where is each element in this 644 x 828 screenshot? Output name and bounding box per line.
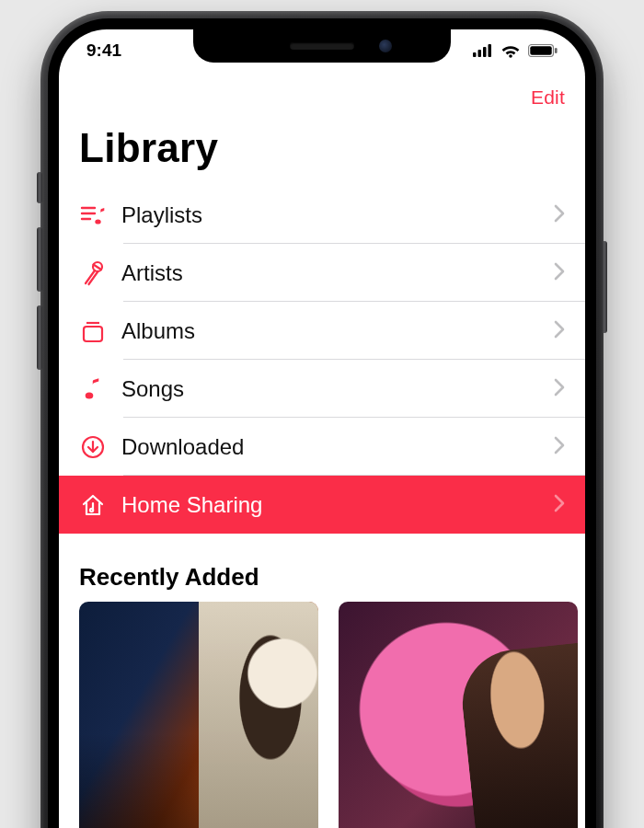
list-item-label: Songs <box>121 376 554 402</box>
svg-rect-16 <box>84 327 102 341</box>
chevron-right-icon <box>554 320 565 342</box>
list-item-downloaded[interactable]: Downloaded <box>59 418 585 476</box>
list-item-albums[interactable]: Albums <box>59 302 585 360</box>
svg-point-18 <box>86 392 94 398</box>
svg-line-15 <box>94 264 102 270</box>
svg-rect-3 <box>489 44 492 57</box>
battery-icon <box>528 44 558 57</box>
screen: 9:41 Edit Library <box>59 29 585 828</box>
page-title: Library <box>79 125 218 171</box>
list-item-label: Home Sharing <box>121 492 554 518</box>
power-button <box>602 241 607 333</box>
wifi-icon <box>500 43 521 58</box>
playlist-icon <box>79 201 121 229</box>
list-item-label: Playlists <box>121 202 554 228</box>
list-item-label: Artists <box>121 260 554 286</box>
microphone-icon <box>79 259 121 287</box>
svg-rect-2 <box>483 47 487 57</box>
notch <box>193 29 451 63</box>
speaker-grille <box>290 42 354 50</box>
list-item-artists[interactable]: Artists <box>59 244 585 302</box>
chevron-right-icon <box>554 262 565 284</box>
music-note-icon <box>79 375 121 403</box>
cellular-icon <box>473 44 493 57</box>
list-item-label: Downloaded <box>121 434 554 460</box>
chevron-right-icon <box>554 436 565 458</box>
library-list: Playlists Artists Albums <box>59 186 585 534</box>
home-sharing-icon <box>79 491 121 519</box>
status-time: 9:41 <box>86 40 121 61</box>
list-item-home-sharing[interactable]: Home Sharing <box>59 476 585 534</box>
albums-icon <box>79 317 121 345</box>
front-camera <box>379 40 392 52</box>
edit-button[interactable]: Edit <box>531 86 565 109</box>
mute-switch <box>37 172 42 203</box>
list-item-songs[interactable]: Songs <box>59 360 585 418</box>
volume-down-button <box>37 305 42 370</box>
album-thumbnail[interactable] <box>79 602 318 828</box>
recently-added-title: Recently Added <box>79 563 259 592</box>
svg-point-4 <box>509 54 512 58</box>
svg-rect-7 <box>555 48 558 53</box>
nav-bar: Edit <box>59 75 585 120</box>
phone-frame: 9:41 Edit Library <box>40 11 604 828</box>
svg-rect-0 <box>473 52 477 57</box>
volume-up-button <box>37 227 42 292</box>
chevron-right-icon <box>554 204 565 226</box>
album-thumbnail[interactable] <box>339 602 578 828</box>
list-item-playlists[interactable]: Playlists <box>59 186 585 244</box>
svg-rect-1 <box>478 50 482 57</box>
recently-added-row <box>79 602 585 828</box>
chevron-right-icon <box>554 378 565 400</box>
chevron-right-icon <box>554 494 565 516</box>
list-item-label: Albums <box>121 318 554 344</box>
svg-rect-6 <box>530 46 551 54</box>
svg-point-11 <box>95 219 100 224</box>
download-icon <box>79 433 121 461</box>
svg-point-21 <box>90 508 93 511</box>
